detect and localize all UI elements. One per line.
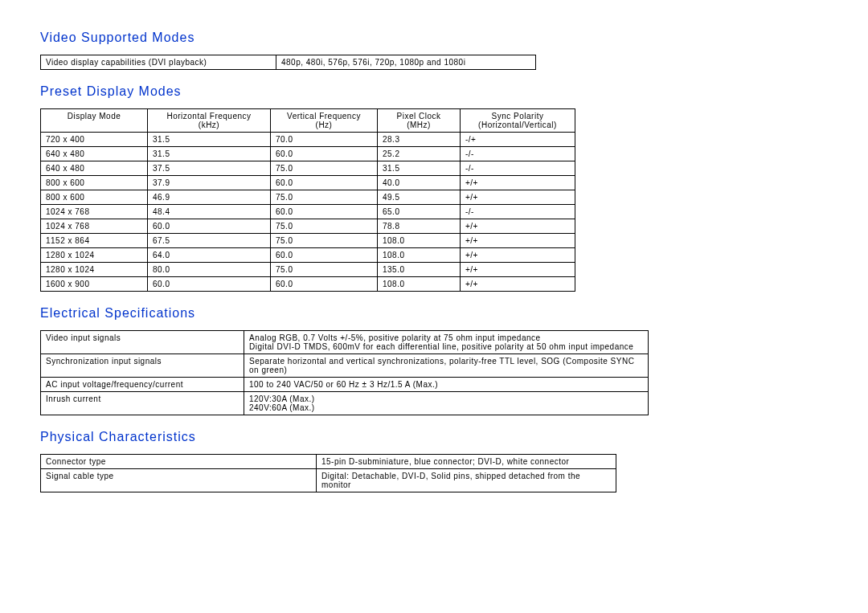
cell: 1024 x 768	[41, 205, 148, 219]
table-row: Synchronization input signalsSeparate ho…	[41, 354, 649, 378]
cell-label: Video input signals	[41, 331, 244, 354]
preset-modes-table: Display Mode Horizontal Frequency(kHz) V…	[40, 108, 575, 292]
cell: 75.0	[271, 161, 378, 176]
table-row: Connector type15-pin D-subminiature, blu…	[41, 455, 616, 469]
cell: 1152 x 864	[41, 234, 148, 248]
table-row: 1152 x 86467.575.0108.0+/+	[41, 234, 575, 248]
cell: 1280 x 1024	[41, 263, 148, 277]
table-row: 640 x 48031.560.025.2-/-	[41, 147, 575, 161]
cell: 75.0	[271, 234, 378, 248]
cell: -/-	[461, 161, 575, 176]
cell-value: 100 to 240 VAC/50 or 60 Hz ± 3 Hz/1.5 A …	[244, 378, 649, 392]
cell: 70.0	[271, 133, 378, 147]
cell: 108.0	[378, 277, 461, 292]
cell: 75.0	[271, 263, 378, 277]
table-header-row: Display Mode Horizontal Frequency(kHz) V…	[41, 109, 575, 133]
cell: 1024 x 768	[41, 219, 148, 234]
cell-label: Connector type	[41, 455, 317, 469]
cell: 60.0	[271, 147, 378, 161]
table-row: 1280 x 102480.075.0135.0+/+	[41, 263, 575, 277]
col-vertical-freq: Vertical Frequency(Hz)	[271, 109, 378, 133]
physical-characteristics-table: Connector type15-pin D-subminiature, blu…	[40, 454, 616, 492]
cell: 720 x 400	[41, 133, 148, 147]
cell: 31.5	[378, 161, 461, 176]
cell-label: Synchronization input signals	[41, 354, 244, 378]
table-row: 1280 x 102464.060.0108.0+/+	[41, 248, 575, 263]
cell: 60.0	[271, 205, 378, 219]
electrical-specs-table: Video input signalsAnalog RGB, 0.7 Volts…	[40, 330, 649, 415]
table-row: Video display capabilities (DVI playback…	[41, 55, 536, 70]
cell: 108.0	[378, 248, 461, 263]
cell-value: Digital: Detachable, DVI-D, Solid pins, …	[317, 469, 616, 492]
cell: 75.0	[271, 190, 378, 205]
cell: 28.3	[378, 133, 461, 147]
cell: 60.0	[271, 277, 378, 292]
cell: 37.5	[148, 161, 271, 176]
table-row: 640 x 48037.575.031.5-/-	[41, 161, 575, 176]
cell: 80.0	[148, 263, 271, 277]
cell-value: 480p, 480i, 576p, 576i, 720p, 1080p and …	[276, 55, 536, 70]
cell: 64.0	[148, 248, 271, 263]
cell: 60.0	[271, 248, 378, 263]
col-pixel-clock: Pixel Clock(MHz)	[378, 109, 461, 133]
cell: 800 x 600	[41, 190, 148, 205]
cell: 75.0	[271, 219, 378, 234]
table-row: 1024 x 76860.075.078.8+/+	[41, 219, 575, 234]
cell: -/-	[461, 205, 575, 219]
col-horizontal-freq: Horizontal Frequency(kHz)	[148, 109, 271, 133]
cell: 1280 x 1024	[41, 248, 148, 263]
cell-value: Analog RGB, 0.7 Volts +/-5%, positive po…	[244, 331, 649, 354]
table-row: AC input voltage/frequency/current100 to…	[41, 378, 649, 392]
cell: -/-	[461, 147, 575, 161]
cell: 1600 x 900	[41, 277, 148, 292]
cell: 108.0	[378, 234, 461, 248]
section-title-electrical: Electrical Specifications	[40, 306, 828, 321]
cell-label: Video display capabilities (DVI playback…	[41, 55, 276, 70]
cell: 800 x 600	[41, 176, 148, 190]
cell: +/+	[461, 248, 575, 263]
cell-label: Signal cable type	[41, 469, 317, 492]
table-row: 800 x 60037.960.040.0+/+	[41, 176, 575, 190]
cell: 640 x 480	[41, 161, 148, 176]
cell: 60.0	[271, 176, 378, 190]
cell: 49.5	[378, 190, 461, 205]
cell: 31.5	[148, 147, 271, 161]
cell: 67.5	[148, 234, 271, 248]
cell: 60.0	[148, 277, 271, 292]
col-display-mode: Display Mode	[41, 109, 148, 133]
cell-value: Separate horizontal and vertical synchro…	[244, 354, 649, 378]
video-supported-table: Video display capabilities (DVI playback…	[40, 55, 536, 70]
cell: 46.9	[148, 190, 271, 205]
cell-label: Inrush current	[41, 392, 244, 415]
cell: +/+	[461, 234, 575, 248]
table-row: Signal cable typeDigital: Detachable, DV…	[41, 469, 616, 492]
cell: 78.8	[378, 219, 461, 234]
cell: 60.0	[148, 219, 271, 234]
cell: +/+	[461, 176, 575, 190]
cell: +/+	[461, 190, 575, 205]
cell-value: 15-pin D-subminiature, blue connector; D…	[317, 455, 616, 469]
cell-label: AC input voltage/frequency/current	[41, 378, 244, 392]
cell: 135.0	[378, 263, 461, 277]
table-row: 720 x 40031.570.028.3-/+	[41, 133, 575, 147]
cell: +/+	[461, 263, 575, 277]
section-title-physical: Physical Characteristics	[40, 430, 828, 444]
section-title-preset: Preset Display Modes	[40, 84, 828, 99]
cell: -/+	[461, 133, 575, 147]
cell: 65.0	[378, 205, 461, 219]
cell: 37.9	[148, 176, 271, 190]
table-row: 1600 x 90060.060.0108.0+/+	[41, 277, 575, 292]
cell: +/+	[461, 277, 575, 292]
cell: +/+	[461, 219, 575, 234]
cell: 40.0	[378, 176, 461, 190]
cell: 25.2	[378, 147, 461, 161]
table-row: Video input signalsAnalog RGB, 0.7 Volts…	[41, 331, 649, 354]
section-title-video: Video Supported Modes	[40, 31, 828, 45]
table-row: Inrush current120V:30A (Max.)240V:60A (M…	[41, 392, 649, 415]
cell-value: 120V:30A (Max.)240V:60A (Max.)	[244, 392, 649, 415]
cell: 640 x 480	[41, 147, 148, 161]
table-row: 800 x 60046.975.049.5+/+	[41, 190, 575, 205]
col-sync-polarity: Sync Polarity(Horizontal/Vertical)	[461, 109, 575, 133]
cell: 48.4	[148, 205, 271, 219]
table-row: 1024 x 76848.460.065.0-/-	[41, 205, 575, 219]
